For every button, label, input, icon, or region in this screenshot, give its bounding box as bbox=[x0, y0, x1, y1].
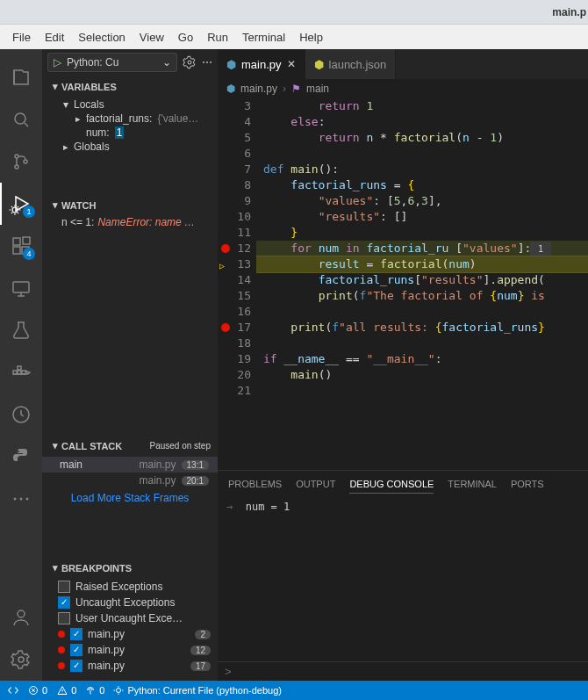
section-callstack[interactable]: Call StackPaused on step bbox=[42, 437, 218, 455]
menubar: FileEditSelectionViewGoRunTerminalHelp bbox=[0, 25, 588, 49]
activity-python[interactable] bbox=[0, 436, 42, 478]
svg-point-2 bbox=[15, 165, 18, 169]
panel-tab-ports[interactable]: PORTS bbox=[511, 475, 544, 493]
chevron-down-icon bbox=[53, 440, 58, 451]
window-title: main.p bbox=[552, 6, 586, 18]
svg-point-16 bbox=[20, 498, 23, 501]
ellipsis-icon[interactable]: ⋯ bbox=[202, 56, 212, 69]
svg-point-19 bbox=[18, 657, 24, 662]
panel-tab-output[interactable]: OUTPUT bbox=[296, 475, 335, 493]
menu-selection[interactable]: Selection bbox=[71, 27, 132, 47]
checkbox[interactable] bbox=[70, 660, 82, 672]
bp-builtin[interactable]: Uncaught Exceptions bbox=[42, 595, 218, 610]
section-watch[interactable]: Watch bbox=[42, 196, 218, 214]
menu-file[interactable]: File bbox=[5, 27, 38, 47]
tab-bar: ⬢main.py✕⬢launch.json bbox=[218, 49, 588, 79]
code-editor[interactable]: 345678910111213▷1415161718192021 return … bbox=[218, 98, 588, 470]
ext-badge: 4 bbox=[23, 248, 35, 260]
section-breakpoints[interactable]: Breakpoints bbox=[42, 559, 218, 577]
play-icon: ▷ bbox=[54, 56, 61, 69]
svg-point-4 bbox=[12, 207, 18, 213]
breakpoint-dot bbox=[58, 631, 65, 638]
activity-search[interactable] bbox=[0, 98, 42, 141]
breakpoint-dot[interactable] bbox=[221, 244, 230, 253]
activity-settings[interactable] bbox=[0, 639, 42, 681]
panel-tab-problems[interactable]: PROBLEMS bbox=[228, 475, 282, 493]
panel-tab-terminal[interactable]: TERMINAL bbox=[448, 475, 497, 493]
activity-remote[interactable] bbox=[0, 267, 42, 309]
breakpoint-dot[interactable] bbox=[221, 323, 230, 332]
stack-frame[interactable]: main.py20:1 bbox=[42, 473, 218, 488]
chevron-down-icon bbox=[53, 81, 58, 92]
status-debug-config[interactable]: Python: Current File (python-debug) bbox=[113, 685, 281, 696]
svg-point-17 bbox=[26, 498, 29, 501]
svg-rect-6 bbox=[13, 247, 20, 254]
checkbox[interactable] bbox=[58, 612, 70, 624]
debug-badge: 1 bbox=[23, 206, 35, 218]
activity-scm[interactable] bbox=[0, 141, 42, 183]
variable-item[interactable]: factorial_runs: {'value… bbox=[42, 112, 218, 126]
watch-item[interactable]: n <= 1: NameError: name … bbox=[42, 216, 218, 228]
chevron-right-icon bbox=[61, 141, 70, 153]
status-bar: 0 0 0 Python: Current File (python-debug… bbox=[0, 681, 588, 700]
svg-point-1 bbox=[15, 155, 18, 158]
editor-area: ⬢main.py✕⬢launch.json ⬢ main.py › ⚑ main… bbox=[218, 49, 588, 681]
menu-run[interactable]: Run bbox=[200, 27, 235, 47]
load-more-frames[interactable]: Load More Stack Frames bbox=[42, 488, 218, 508]
bottom-panel: PROBLEMSOUTPUTDEBUG CONSOLETERMINALPORTS… bbox=[218, 470, 588, 681]
locals-node[interactable]: Locals bbox=[42, 97, 218, 112]
panel-tab-debug-console[interactable]: DEBUG CONSOLE bbox=[349, 475, 434, 494]
menu-help[interactable]: Help bbox=[292, 27, 330, 47]
activity-explorer[interactable] bbox=[0, 56, 42, 98]
gear-icon[interactable] bbox=[183, 55, 197, 69]
checkbox[interactable] bbox=[70, 644, 82, 656]
breadcrumb[interactable]: ⬢ main.py › ⚑ main bbox=[218, 79, 588, 98]
activity-extensions[interactable]: 4 bbox=[0, 225, 42, 267]
activity-debug[interactable]: 1 bbox=[0, 183, 42, 225]
menu-edit[interactable]: Edit bbox=[38, 27, 71, 47]
bp-builtin[interactable]: User Uncaught Exce… bbox=[42, 610, 218, 626]
globals-node[interactable]: Globals bbox=[42, 140, 218, 154]
status-ports[interactable]: 0 bbox=[85, 685, 104, 696]
activity-history[interactable] bbox=[0, 393, 42, 436]
debug-config-dropdown[interactable]: ▷ Python: Cu ⌄ bbox=[47, 53, 177, 72]
svg-rect-5 bbox=[13, 238, 20, 245]
activity-docker[interactable] bbox=[0, 351, 42, 393]
bp-file[interactable]: main.py17 bbox=[42, 658, 218, 674]
activity-ellipsis[interactable] bbox=[0, 478, 42, 520]
section-variables[interactable]: Variables bbox=[42, 77, 218, 96]
python-file-icon: ⬢ bbox=[226, 58, 236, 71]
svg-rect-9 bbox=[13, 282, 29, 292]
debug-sidebar: ▷ Python: Cu ⌄ ⋯ Variables Locals factor… bbox=[42, 49, 218, 681]
breakpoint-dot bbox=[58, 662, 65, 669]
bp-file[interactable]: main.py12 bbox=[42, 642, 218, 658]
svg-point-3 bbox=[24, 160, 27, 163]
checkbox[interactable] bbox=[70, 628, 82, 640]
debug-console-input[interactable]: > bbox=[218, 661, 588, 681]
chevron-right-icon: › bbox=[283, 83, 286, 95]
status-remote[interactable] bbox=[7, 684, 19, 696]
activity-testing[interactable] bbox=[0, 309, 42, 351]
chevron-down-icon: ⌄ bbox=[162, 56, 171, 69]
bp-file[interactable]: main.py2 bbox=[42, 626, 218, 642]
svg-point-18 bbox=[18, 610, 25, 617]
close-icon[interactable]: ✕ bbox=[287, 58, 296, 70]
checkbox[interactable] bbox=[58, 596, 70, 609]
variable-item[interactable]: num: 1 bbox=[42, 126, 218, 140]
stack-frame[interactable]: mainmain.py13:1 bbox=[42, 457, 218, 473]
symbol-icon: ⚑ bbox=[291, 83, 301, 95]
menu-go[interactable]: Go bbox=[171, 27, 200, 47]
svg-point-15 bbox=[14, 498, 17, 501]
tab-main-py[interactable]: ⬢main.py✕ bbox=[218, 49, 305, 79]
menu-view[interactable]: View bbox=[133, 27, 171, 47]
status-problems[interactable]: 0 0 bbox=[28, 685, 76, 696]
activity-account[interactable] bbox=[0, 596, 42, 639]
debug-console-output[interactable]: → num = 1 bbox=[218, 497, 588, 661]
checkbox[interactable] bbox=[58, 581, 70, 593]
tab-launch-json[interactable]: ⬢launch.json bbox=[305, 49, 397, 79]
chevron-down-icon bbox=[61, 98, 70, 111]
chevron-right-icon bbox=[74, 112, 82, 125]
bp-builtin[interactable]: Raised Exceptions bbox=[42, 579, 218, 595]
menu-terminal[interactable]: Terminal bbox=[235, 27, 292, 47]
titlebar: main.p bbox=[0, 0, 588, 25]
